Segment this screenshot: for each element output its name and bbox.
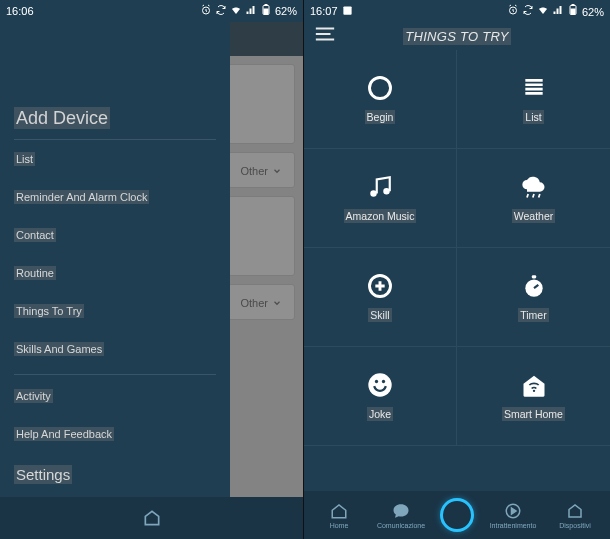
status-bar: 16:07 62% xyxy=(304,0,610,22)
drawer-item-skills[interactable]: Skills And Games xyxy=(14,330,216,368)
list-icon xyxy=(520,74,548,102)
alexa-tab[interactable] xyxy=(432,498,482,532)
svg-point-14 xyxy=(375,380,378,383)
drawer-item-reminder[interactable]: Reminder And Alarm Clock xyxy=(14,178,216,216)
battery-percent: 62% xyxy=(582,6,604,18)
drawer-item-help[interactable]: Help And Feedback xyxy=(14,415,216,453)
device-icon[interactable] xyxy=(142,508,162,528)
wifi-icon xyxy=(537,6,549,18)
drawer-item-things[interactable]: Things To Try xyxy=(14,292,216,330)
status-time: 16:06 xyxy=(6,5,34,17)
signal-icon xyxy=(245,4,257,18)
tile-label: Joke xyxy=(367,407,393,421)
drawer-item-activity[interactable]: Activity xyxy=(14,377,216,415)
comms-tab[interactable]: Comunicazione xyxy=(370,502,432,529)
ring-icon xyxy=(440,498,474,532)
play-icon xyxy=(504,502,522,520)
svg-rect-4 xyxy=(343,6,351,14)
tile-smarthome[interactable]: Smart Home xyxy=(457,347,610,446)
plus-ring-icon xyxy=(366,272,394,300)
right-phone: 16:07 62% THINGS TO TRY Begin xyxy=(304,0,610,539)
circle-icon xyxy=(366,74,394,102)
svg-rect-3 xyxy=(264,9,268,14)
sync-icon xyxy=(215,4,227,18)
menu-button[interactable] xyxy=(314,26,336,46)
gallery-icon xyxy=(342,5,353,18)
status-icons: 62% xyxy=(507,4,604,18)
sync-icon xyxy=(522,6,534,18)
tile-skill[interactable]: Skill xyxy=(304,248,457,347)
svg-point-15 xyxy=(382,380,385,383)
tile-label: Weather xyxy=(512,209,556,223)
device-icon xyxy=(566,502,584,520)
drawer-item-list[interactable]: List xyxy=(14,140,216,178)
tiles-grid: Begin List Amazon Music Weather Skill xyxy=(304,50,610,446)
bubble-icon xyxy=(392,502,410,520)
page-header: THINGS TO TRY xyxy=(304,22,610,50)
svg-point-13 xyxy=(368,373,391,396)
house-icon xyxy=(330,502,348,520)
music-icon xyxy=(366,173,394,201)
tile-label: Begin xyxy=(365,110,396,124)
drawer-title[interactable]: Add Device xyxy=(14,100,216,140)
left-phone: 16:06 62% Balls Device Office . Control … xyxy=(0,0,304,539)
svg-point-11 xyxy=(525,280,542,297)
page-title: THINGS TO TRY xyxy=(403,29,511,44)
home-tab[interactable]: Home xyxy=(308,502,370,529)
nav-label: Comunicazione xyxy=(377,522,425,529)
entertain-tab[interactable]: Intrattenimento xyxy=(482,502,544,529)
hamburger-icon xyxy=(314,26,336,42)
tile-label: Amazon Music xyxy=(344,209,417,223)
nav-label: Dispositivi xyxy=(559,522,591,529)
svg-rect-2 xyxy=(265,5,267,6)
tile-begin[interactable]: Begin xyxy=(304,50,457,149)
tile-label: Smart Home xyxy=(502,407,565,421)
drawer-item-contact[interactable]: Contact xyxy=(14,216,216,254)
svg-point-9 xyxy=(370,78,391,99)
wifi-icon xyxy=(230,4,242,18)
nav-label: Intrattenimento xyxy=(490,522,537,529)
svg-rect-12 xyxy=(531,275,535,278)
weather-icon xyxy=(520,173,548,201)
status-time: 16:07 xyxy=(310,5,338,17)
nav-label: Home xyxy=(330,522,349,529)
tile-label: Skill xyxy=(368,308,391,322)
bottom-nav xyxy=(0,497,303,539)
tile-music[interactable]: Amazon Music xyxy=(304,149,457,248)
alarm-icon xyxy=(507,6,519,18)
battery-percent: 62% xyxy=(275,5,297,17)
status-icons: 62% xyxy=(200,4,297,18)
signal-icon xyxy=(552,6,564,18)
tile-weather[interactable]: Weather xyxy=(457,149,610,248)
tile-timer[interactable]: Timer xyxy=(457,248,610,347)
svg-point-16 xyxy=(532,390,534,392)
devices-tab[interactable]: Dispositivi xyxy=(544,502,606,529)
timer-icon xyxy=(520,272,548,300)
status-bar: 16:06 62% xyxy=(0,0,303,22)
alarm-icon xyxy=(200,4,212,18)
drawer-item-routine[interactable]: Routine xyxy=(14,254,216,292)
tile-joke[interactable]: Joke xyxy=(304,347,457,446)
battery-icon xyxy=(567,6,579,18)
tile-label: List xyxy=(523,110,543,124)
tile-label: Timer xyxy=(518,308,548,322)
svg-rect-7 xyxy=(572,5,574,6)
battery-icon xyxy=(260,4,272,18)
svg-rect-8 xyxy=(571,9,575,14)
drawer-item-settings[interactable]: Settings xyxy=(14,453,216,496)
home-icon xyxy=(520,371,548,399)
joke-icon xyxy=(366,371,394,399)
bottom-nav: Home Comunicazione Intrattenimento Dispo… xyxy=(304,491,610,539)
navigation-drawer: Add Device List Reminder And Alarm Clock… xyxy=(0,22,230,539)
tile-list[interactable]: List xyxy=(457,50,610,149)
